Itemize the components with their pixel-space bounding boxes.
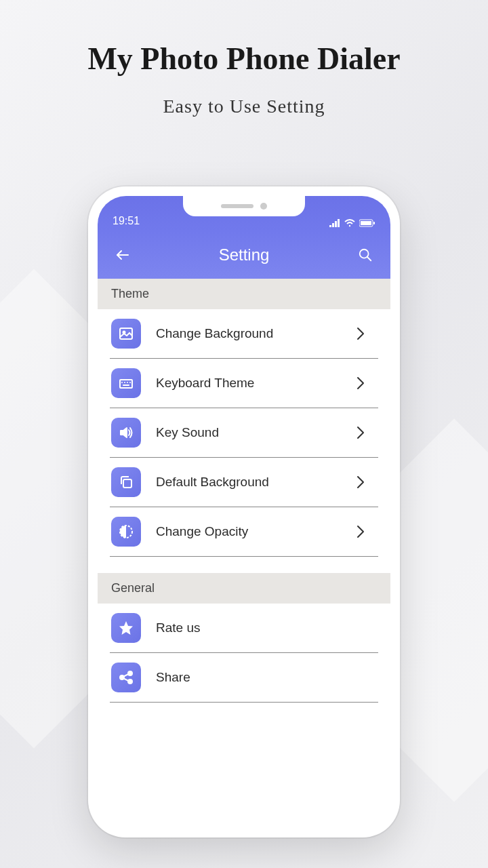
svg-point-25	[128, 679, 132, 684]
item-label: Share	[156, 670, 365, 685]
chevron-right-icon	[357, 525, 365, 538]
svg-rect-13	[120, 380, 132, 388]
section-header-theme: Theme	[98, 279, 390, 309]
phone-frame: 19:51 Setting Theme Change Background	[88, 186, 400, 837]
item-change-background[interactable]: Change Background	[110, 309, 378, 359]
share-icon	[111, 663, 141, 692]
item-label: Rate us	[156, 620, 365, 635]
promo-subtitle: Easy to Use Setting	[0, 96, 488, 117]
item-label: Change Background	[156, 326, 342, 341]
search-button[interactable]	[355, 245, 375, 265]
chevron-right-icon	[357, 426, 365, 439]
app-header: Setting	[98, 231, 390, 279]
item-keyboard-theme[interactable]: Keyboard Theme	[110, 359, 378, 408]
svg-rect-2	[335, 221, 337, 227]
item-label: Change Opacity	[156, 524, 342, 539]
svg-rect-7	[373, 222, 375, 224]
keyboard-icon	[111, 368, 141, 398]
image-icon	[111, 319, 141, 349]
phone-notch	[183, 196, 305, 216]
star-icon	[111, 613, 141, 643]
search-icon	[358, 248, 373, 262]
item-label: Keyboard Theme	[156, 376, 342, 391]
svg-point-24	[128, 671, 132, 675]
item-change-opacity[interactable]: Change Opacity	[110, 507, 378, 557]
chevron-right-icon	[357, 475, 365, 489]
status-time: 19:51	[113, 215, 140, 227]
signal-icon	[329, 219, 340, 227]
item-default-background[interactable]: Default Background	[110, 458, 378, 507]
svg-marker-19	[121, 428, 127, 437]
svg-point-23	[120, 675, 124, 679]
svg-point-4	[349, 225, 350, 226]
item-share[interactable]: Share	[110, 653, 378, 703]
chevron-right-icon	[357, 327, 365, 340]
copy-icon	[111, 467, 141, 497]
item-label: Default Background	[156, 475, 342, 490]
svg-rect-1	[332, 223, 334, 227]
svg-rect-3	[338, 219, 340, 227]
item-label: Key Sound	[156, 425, 342, 440]
promo-title: My Photo Phone Dialer	[0, 41, 488, 77]
opacity-icon	[111, 517, 141, 547]
svg-rect-20	[123, 479, 131, 488]
battery-icon	[359, 219, 375, 227]
section-header-general: General	[98, 573, 390, 604]
wifi-icon	[344, 219, 355, 227]
item-key-sound[interactable]: Key Sound	[110, 408, 378, 458]
svg-marker-22	[119, 621, 133, 635]
svg-line-10	[367, 257, 371, 261]
svg-rect-6	[361, 221, 371, 225]
svg-line-26	[124, 674, 129, 677]
chevron-right-icon	[357, 376, 365, 390]
back-button[interactable]	[113, 245, 133, 265]
arrow-left-icon	[115, 247, 131, 263]
sound-icon	[111, 418, 141, 448]
svg-rect-0	[329, 225, 331, 227]
item-rate-us[interactable]: Rate us	[110, 604, 378, 653]
svg-line-27	[124, 679, 129, 682]
header-title: Setting	[133, 245, 355, 264]
